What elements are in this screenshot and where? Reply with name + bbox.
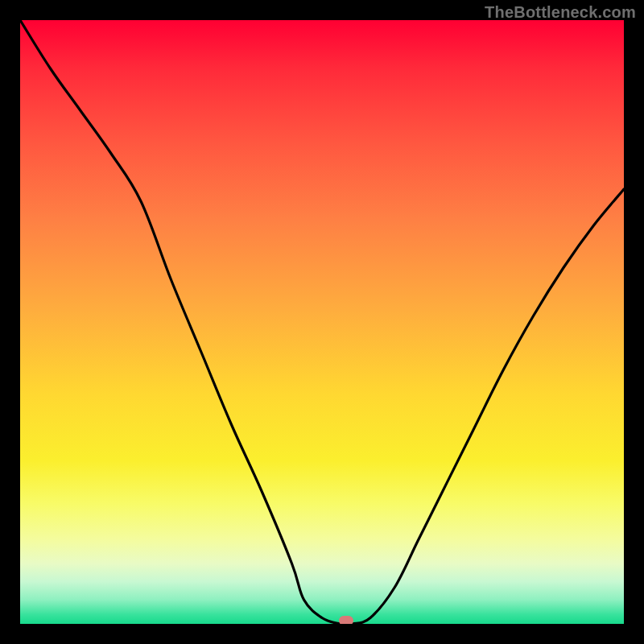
optimum-marker [339, 616, 353, 624]
chart-frame: TheBottleneck.com [0, 0, 644, 644]
bottleneck-curve [20, 20, 624, 624]
plot-area [20, 20, 624, 624]
curve-path [20, 20, 624, 624]
watermark-text: TheBottleneck.com [485, 3, 636, 22]
